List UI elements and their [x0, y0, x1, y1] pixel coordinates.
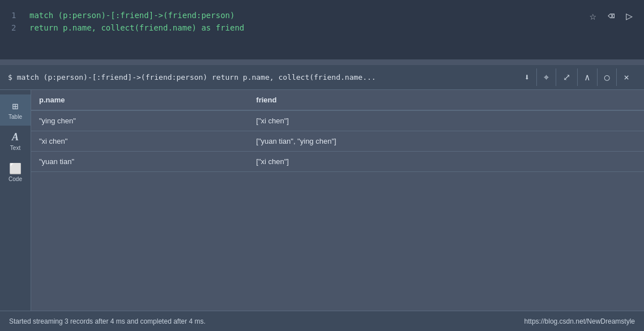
data-table: p.name friend "ying chen"["xi chen"]"xi …: [31, 90, 644, 172]
refresh-icon[interactable]: ○: [597, 68, 617, 86]
table-row: "xi chen"["yuan tian", "ying chen"]: [31, 131, 644, 152]
table-cell: "ying chen": [31, 110, 248, 131]
close-icon[interactable]: ×: [616, 68, 636, 86]
expand-icon[interactable]: ⤢: [556, 68, 577, 86]
code-text-2: return p.name, collect(friend.name) as f…: [29, 22, 244, 34]
col-header-pname: p.name: [31, 90, 248, 110]
table-row: "yuan tian"["xi chen"]: [31, 152, 644, 172]
collapse-icon[interactable]: ∧: [577, 68, 597, 86]
footer-status: Started streaming 3 records after 4 ms a…: [9, 317, 206, 325]
table-label: Table: [8, 114, 22, 120]
table-cell: "yuan tian": [31, 152, 248, 172]
table-area: p.name friend "ying chen"["xi chen"]"xi …: [31, 90, 644, 311]
code-line-2: 2 return p.name, collect(friend.name) as…: [11, 22, 578, 34]
code-text-1: match (p:person)-[:friend]->(friend:pers…: [29, 9, 234, 22]
sidebar-item-table[interactable]: ⊞ Table: [0, 94, 31, 126]
line-number-2: 2: [11, 22, 20, 34]
pin-icon[interactable]: ⌖: [536, 68, 556, 86]
play-icon[interactable]: ▷: [626, 9, 633, 23]
code-icon: ⬜: [9, 162, 22, 174]
sidebar-item-code[interactable]: ⬜ Code: [0, 157, 31, 188]
eraser-icon[interactable]: ⌫: [608, 9, 615, 23]
code-toolbar: ☆ ⌫ ▷: [578, 9, 633, 23]
col-header-friend: friend: [248, 90, 644, 110]
code-line-1: 1 match (p:person)-[:friend]->(friend:pe…: [11, 9, 578, 22]
footer: Started streaming 3 records after 4 ms a…: [0, 311, 644, 331]
sidebar: ⊞ Table A Text ⬜ Code: [0, 90, 31, 311]
code-label: Code: [8, 176, 22, 182]
main-content: ⊞ Table A Text ⬜ Code p.name friend: [0, 90, 644, 311]
results-header: $ match (p:person)-[:friend]->(friend:pe…: [0, 65, 644, 90]
star-icon[interactable]: ☆: [590, 9, 596, 23]
table-cell: "xi chen": [31, 131, 248, 152]
table-row: "ying chen"["xi chen"]: [31, 110, 644, 131]
results-actions: ⬇ ⌖ ⤢ ∧ ○ ×: [517, 68, 636, 86]
table-header-row: p.name friend: [31, 90, 644, 110]
text-icon: A: [12, 131, 19, 143]
separator: [0, 59, 644, 65]
results-panel: $ match (p:person)-[:friend]->(friend:pe…: [0, 65, 644, 331]
table-cell: ["xi chen"]: [248, 152, 644, 172]
code-editor: 1 match (p:person)-[:friend]->(friend:pe…: [0, 0, 644, 59]
text-label: Text: [10, 145, 20, 151]
table-cell: ["xi chen"]: [248, 110, 644, 131]
table-cell: ["yuan tian", "ying chen"]: [248, 131, 644, 152]
results-query: $ match (p:person)-[:friend]->(friend:pe…: [8, 73, 517, 81]
table-icon: ⊞: [12, 100, 19, 112]
download-icon[interactable]: ⬇: [517, 68, 536, 86]
sidebar-item-text[interactable]: A Text: [0, 126, 31, 157]
line-number-1: 1: [11, 9, 20, 22]
footer-url: https://blog.csdn.net/NewDreamstyle: [524, 317, 635, 325]
code-content: 1 match (p:person)-[:friend]->(friend:pe…: [11, 9, 578, 35]
